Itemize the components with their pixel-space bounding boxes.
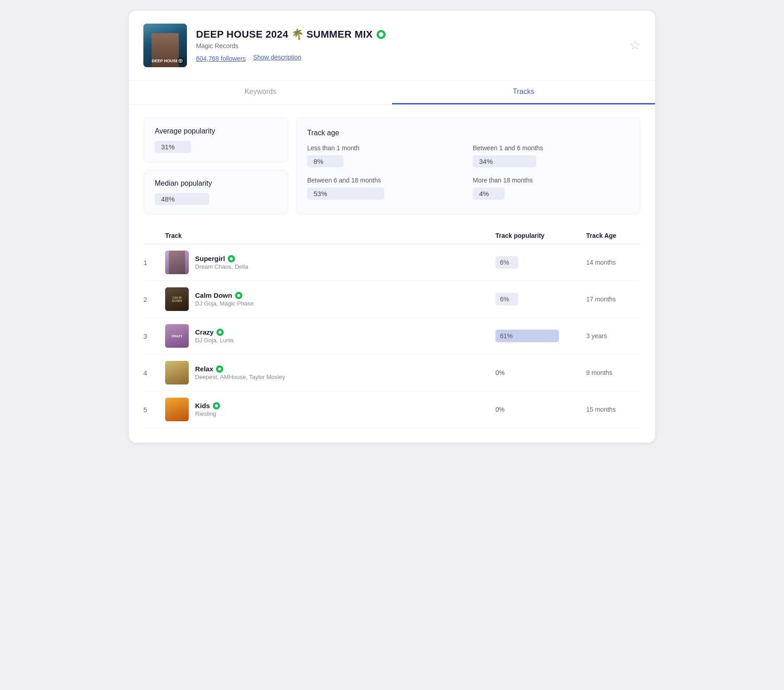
age-cell-2: 17 months [586, 296, 641, 303]
table-row[interactable]: 2 CALMDOWN Calm Down DJ Goja, Magic Phas… [143, 281, 641, 318]
playlist-meta: 604,768 followers Show description [196, 52, 641, 62]
pop-bar-3: 61% [495, 330, 559, 342]
stats-section: Average popularity 31% Median popularity… [129, 105, 655, 227]
age-bar-1: 34% [473, 155, 536, 168]
popularity-cell-4: 0% [495, 369, 586, 376]
track-name-5: Kids [195, 402, 220, 409]
row-num-2: 2 [143, 296, 165, 303]
age-cell-4: 9 months [586, 369, 641, 376]
pop-bar-1: 6% [495, 256, 518, 269]
stats-left: Average popularity 31% Median popularity… [143, 118, 289, 215]
avg-popularity-bar: 31% [155, 141, 191, 153]
popularity-cell-5: 0% [495, 406, 586, 413]
track-thumb-3: CRAZY [165, 324, 189, 348]
age-bar-2: 53% [307, 187, 384, 200]
spotify-icon-4 [216, 365, 223, 373]
age-value-0: 8% [314, 158, 323, 165]
followers-link[interactable]: 604,768 followers [196, 55, 246, 62]
age-value-2: 53% [314, 190, 327, 197]
avg-popularity-label: Average popularity [155, 127, 277, 135]
track-cell-4: Relax Deepest, AMHouse, Taylor Mosley [165, 361, 495, 384]
age-label-1: Between 1 and 6 months [473, 144, 629, 152]
track-info-4: Relax Deepest, AMHouse, Taylor Mosley [195, 365, 285, 380]
track-age-card: Track age Less than 1 month 8% Between 1… [296, 118, 641, 215]
tab-keywords[interactable]: Keywords [129, 80, 392, 104]
playlist-title-text: DEEP HOUSE 2024 🌴 SUMMER MIX [196, 29, 373, 40]
tracks-table: Track Track popularity Track Age 1 Super… [129, 227, 655, 443]
pop-bar-2: 6% [495, 293, 518, 306]
track-info-3: Crazy DJ Goja, Lunis [195, 328, 234, 344]
age-label-2: Between 6 and 18 months [307, 177, 464, 184]
playlist-header: DEEP HOUSE DEEP HOUSE 2024 🌴 SUMMER MIX … [129, 11, 655, 80]
row-num-5: 5 [143, 406, 165, 414]
track-info-2: Calm Down DJ Goja, Magic Phase [195, 291, 254, 307]
table-row[interactable]: 3 CRAZY Crazy DJ Goja, Lunis [143, 318, 641, 355]
header-age: Track Age [586, 232, 641, 239]
track-artists-1: Dream Chaos, Della [195, 263, 248, 270]
age-cell-1: 14 months [586, 259, 641, 266]
median-popularity-bar: 48% [155, 193, 209, 205]
header-track: Track [165, 232, 495, 239]
show-description-link[interactable]: Show description [253, 54, 302, 61]
age-label-0: Less than 1 month [307, 144, 464, 152]
age-value-1: 34% [479, 158, 493, 165]
row-num-1: 1 [143, 259, 165, 266]
track-name-3: Crazy [195, 328, 234, 336]
spotify-icon-3 [216, 329, 224, 336]
track-artists-4: Deepest, AMHouse, Taylor Mosley [195, 374, 285, 380]
playlist-title: DEEP HOUSE 2024 🌴 SUMMER MIX [196, 29, 641, 40]
track-cell-3: CRAZY Crazy DJ Goja, Lunis [165, 324, 495, 348]
age-item-3: More than 18 months 4% [473, 177, 629, 200]
star-button[interactable]: ☆ [629, 39, 641, 52]
tabs: Keywords Tracks [129, 80, 655, 105]
thumbnail-label: DEEP HOUSE [150, 57, 181, 65]
age-item-0: Less than 1 month 8% [307, 144, 464, 168]
track-thumb-1 [165, 251, 189, 274]
age-item-2: Between 6 and 18 months 53% [307, 177, 464, 200]
spotify-icon [377, 30, 386, 39]
median-popularity-card: Median popularity 48% [143, 170, 289, 215]
age-cell-3: 3 years [586, 332, 641, 340]
track-name-4: Relax [195, 365, 285, 373]
track-cell-5: Kids Riesling [165, 398, 495, 421]
popularity-cell-2: 6% [495, 293, 586, 306]
age-item-1: Between 1 and 6 months 34% [473, 144, 629, 168]
row-num-4: 4 [143, 369, 165, 377]
track-artists-2: DJ Goja, Magic Phase [195, 300, 254, 307]
spotify-icon-1 [228, 255, 235, 262]
tab-tracks[interactable]: Tracks [392, 80, 655, 104]
median-popularity-label: Median popularity [155, 179, 277, 187]
track-thumb-4 [165, 361, 189, 384]
playlist-label: Magic Records [196, 42, 641, 49]
age-bar-0: 8% [307, 155, 343, 168]
row-num-3: 3 [143, 332, 165, 340]
playlist-thumbnail: DEEP HOUSE [143, 24, 187, 67]
popularity-cell-3: 61% [495, 330, 586, 342]
header-popularity: Track popularity [495, 232, 586, 239]
avg-popularity-value: 31% [161, 143, 175, 151]
header-num [143, 232, 165, 239]
track-name-1: Supergirl [195, 255, 248, 262]
track-artists-3: DJ Goja, Lunis [195, 337, 234, 344]
avg-popularity-card: Average popularity 31% [143, 118, 289, 163]
age-value-3: 4% [479, 190, 489, 197]
track-cell-1: Supergirl Dream Chaos, Della [165, 251, 495, 274]
age-cell-5: 15 months [586, 406, 641, 413]
playlist-info: DEEP HOUSE 2024 🌴 SUMMER MIX Magic Recor… [196, 29, 641, 62]
table-header: Track Track popularity Track Age [143, 227, 641, 244]
track-thumb-5 [165, 398, 189, 421]
track-cell-2: CALMDOWN Calm Down DJ Goja, Magic Phase [165, 287, 495, 311]
track-age-title: Track age [307, 129, 629, 137]
age-label-3: More than 18 months [473, 177, 629, 184]
track-info-5: Kids Riesling [195, 402, 220, 417]
table-row[interactable]: 1 Supergirl Dream Chaos, Della [143, 244, 641, 281]
spotify-icon-5 [213, 402, 220, 409]
track-thumb-2: CALMDOWN [165, 287, 189, 311]
track-name-2: Calm Down [195, 291, 254, 299]
track-artists-5: Riesling [195, 410, 220, 417]
popularity-cell-1: 6% [495, 256, 586, 269]
table-row[interactable]: 4 Relax Deepest, AMHouse, Taylor Mosley … [143, 355, 641, 391]
table-row[interactable]: 5 Kids Riesling 0% 15 months [143, 391, 641, 428]
age-grid: Less than 1 month 8% Between 1 and 6 mon… [307, 144, 629, 200]
spotify-icon-2 [235, 292, 242, 299]
